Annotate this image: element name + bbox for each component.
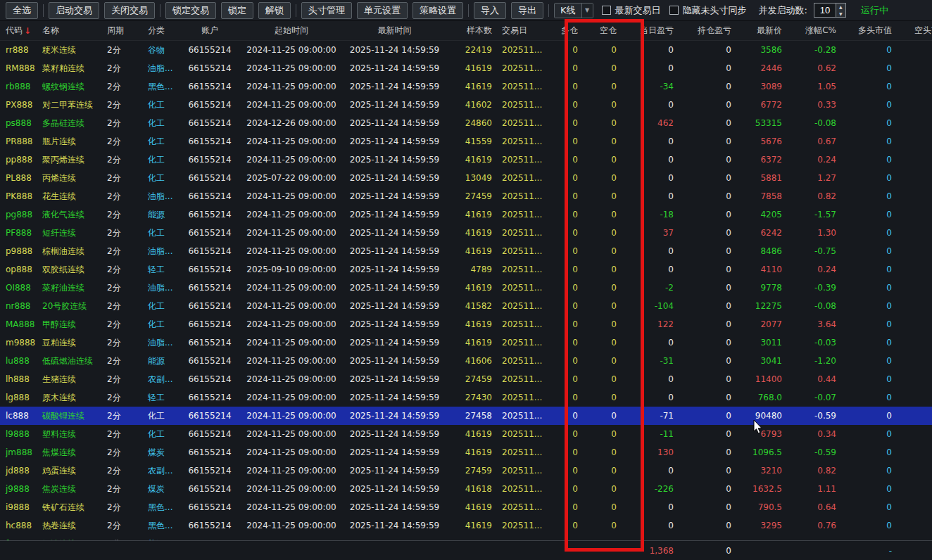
cell-category: 油脂...	[142, 59, 180, 77]
cell-category: 轻工	[142, 388, 180, 407]
cell-period: 2分	[101, 516, 142, 535]
cell-latest: 2025-11-24 14:59:59	[344, 132, 446, 151]
cell-short_pos: 0	[579, 315, 618, 333]
table-row-PK888[interactable]: PK888花生连续2分油脂...661552142024-11-25 09:00…	[0, 187, 932, 205]
table-row-pp888[interactable]: pp888聚丙烯连续2分化工661552142024-11-25 09:00:0…	[0, 151, 932, 169]
cell-code: rb888	[0, 77, 37, 96]
table-row-PX888[interactable]: PX888对二甲苯连续2分化工661552142024-11-25 09:00:…	[0, 96, 932, 114]
spinner-down-icon[interactable]: ▼	[836, 11, 845, 18]
strategy-settings-button[interactable]: 策略设置	[413, 2, 463, 19]
table-row-MA888[interactable]: MA888甲醇连续2分化工661552142024-11-25 09:00:00…	[0, 315, 932, 333]
cell-samples: 41616	[446, 535, 493, 540]
column-header-name[interactable]: 名称	[37, 21, 101, 40]
column-header-latest[interactable]: 最新时间	[344, 21, 446, 40]
table-row-l9888[interactable]: l9888塑料连续2分化工661552142024-11-25 09:00:00…	[0, 425, 932, 443]
column-header-category[interactable]: 分类	[142, 21, 180, 40]
table-row-hc888[interactable]: hc888热卷连续2分黑色...661552142024-11-25 09:00…	[0, 516, 932, 535]
cell-price: 3011	[733, 333, 783, 352]
column-header-period[interactable]: 周期	[101, 21, 142, 40]
column-header-change[interactable]: 涨幅C%	[783, 21, 838, 40]
table-row-jm888[interactable]: jm888焦煤连续2分煤炭661552142024-11-25 09:00:00…	[0, 443, 932, 462]
cell-samples: 27459	[446, 370, 493, 388]
cell-samples: 27430	[446, 388, 493, 407]
table-row-jd888[interactable]: jd888鸡蛋连续2分农副...661552142024-11-25 09:00…	[0, 462, 932, 480]
export-button[interactable]: 导出	[511, 2, 543, 19]
cell-latest: 2025-11-24 14:59:59	[344, 41, 446, 59]
cell-long_pos: 0	[544, 333, 579, 352]
import-button[interactable]: 导入	[474, 2, 506, 19]
cell-period: 2分	[101, 388, 142, 407]
cell-price: 3295	[733, 516, 783, 535]
select-all-button[interactable]: 全选	[6, 2, 38, 19]
table-row-lc888[interactable]: lc888碳酸锂连续2分化工661552142024-11-25 09:00:0…	[0, 407, 932, 425]
cell-code: j9888	[0, 480, 37, 498]
cell-period: 2分	[101, 114, 142, 132]
spinner-up-icon[interactable]: ▲	[836, 4, 845, 11]
cell-latest: 2025-11-24 14:59:59	[344, 407, 446, 425]
cell-long_pos: 0	[544, 425, 579, 443]
table-row-fu888[interactable]: fu888燃油连续2分能源661552142024-11-25 09:00:00…	[0, 535, 932, 540]
table-row-nr888[interactable]: nr88820号胶连续2分化工661552142024-11-25 09:00:…	[0, 297, 932, 315]
position-manage-button[interactable]: 头寸管理	[301, 2, 352, 19]
close-trading-button[interactable]: 关闭交易	[104, 2, 155, 19]
cell-trading_day: 202511...	[493, 315, 544, 333]
lock-button[interactable]: 锁定	[221, 2, 253, 19]
chevron-down-icon[interactable]: ▼	[581, 4, 593, 18]
table-row-rb888[interactable]: rb888螺纹钢连续2分黑色...661552142024-11-25 09:0…	[0, 77, 932, 96]
concurrent-start-input[interactable]	[814, 4, 836, 17]
cell-start: 2024-11-25 09:00:00	[239, 370, 344, 388]
column-header-start[interactable]: 起始时间	[239, 21, 344, 40]
latest-trading-day-checkbox[interactable]	[602, 6, 611, 15]
column-header-account[interactable]: 账户	[180, 21, 239, 40]
kline-dropdown[interactable]: K线 ▼	[554, 3, 593, 18]
cell-short_mv	[893, 480, 932, 498]
table-row-ps888[interactable]: ps888多晶硅连续2分化工661552142024-12-26 09:00:0…	[0, 114, 932, 132]
table-row-op888[interactable]: op888双胶纸连续2分轻工661552142025-09-10 09:00:0…	[0, 260, 932, 279]
table-row-m9888[interactable]: m9888豆粕连续2分油脂...661552142024-11-25 09:00…	[0, 333, 932, 352]
unlock-button[interactable]: 解锁	[258, 2, 291, 19]
table-row-j9888[interactable]: j9888焦炭连续2分煤炭661552142024-11-25 09:00:00…	[0, 480, 932, 498]
column-header-trading_day[interactable]: 交易日	[493, 21, 544, 40]
table-row-lg888[interactable]: lg888原木连续2分轻工661552142024-11-25 09:00:00…	[0, 388, 932, 407]
cell-price: 7858	[733, 187, 783, 205]
cell-daily_pnl: -2	[618, 279, 675, 297]
table-row-i9888[interactable]: i9888铁矿石连续2分黑色...661552142024-11-25 09:0…	[0, 498, 932, 516]
column-header-price[interactable]: 最新价	[733, 21, 783, 40]
start-trading-button[interactable]: 启动交易	[49, 2, 99, 19]
column-header-code[interactable]: 代码↓	[0, 21, 37, 40]
column-header-pos_pnl[interactable]: 持仓盈亏	[675, 21, 733, 40]
table-row-RM888[interactable]: RM888菜籽粕连续2分油脂...661552142024-11-25 09:0…	[0, 59, 932, 77]
cell-short_pos: 0	[579, 242, 618, 260]
table-row-OI888[interactable]: OI888菜籽油连续2分油脂...661552142024-11-25 09:0…	[0, 279, 932, 297]
cell-code: rr888	[0, 41, 37, 59]
summary-row: 1,368 0 -	[0, 540, 932, 560]
table-row-lu888[interactable]: lu888低硫燃油连续2分能源661552142024-11-25 09:00:…	[0, 352, 932, 370]
cell-samples: 22419	[446, 41, 493, 59]
hide-unsynced-checkbox[interactable]	[669, 6, 679, 15]
lock-trading-button[interactable]: 锁定交易	[165, 2, 216, 19]
table-row-pg888[interactable]: pg888液化气连续2分能源661552142024-11-25 09:00:0…	[0, 205, 932, 224]
cell-code: PL888	[0, 169, 37, 187]
table-row-PF888[interactable]: PF888短纤连续2分化工661552142024-11-25 09:00:00…	[0, 224, 932, 242]
cell-long_pos: 0	[544, 297, 579, 315]
table-row-rr888[interactable]: rr888粳米连续2分谷物661552142024-11-25 09:00:00…	[0, 41, 932, 59]
table-row-lh888[interactable]: lh888生猪连续2分农副...661552142024-11-25 09:00…	[0, 370, 932, 388]
column-header-long_pos[interactable]: 多仓	[544, 21, 579, 40]
table-row-PR888[interactable]: PR888瓶片连续2分化工661552142024-11-25 09:00:00…	[0, 132, 932, 151]
cell-long_pos: 0	[544, 41, 579, 59]
column-header-samples[interactable]: 样本数	[446, 21, 493, 40]
table-row-p9888[interactable]: p9888棕榈油连续2分油脂...661552142024-11-25 09:0…	[0, 242, 932, 260]
table-row-PL888[interactable]: PL888丙烯连续2分化工661552142025-07-22 09:00:00…	[0, 169, 932, 187]
cell-short_pos: 0	[579, 41, 618, 59]
cell-change: -0.59	[783, 407, 838, 425]
column-header-daily_pnl[interactable]: 当日盈亏	[618, 21, 675, 40]
column-header-long_mv[interactable]: 多头市值	[838, 21, 893, 40]
cell-short_mv	[893, 41, 932, 59]
column-header-short_pos[interactable]: 空仓	[579, 21, 618, 40]
unit-settings-button[interactable]: 单元设置	[357, 2, 408, 19]
cell-short_mv	[893, 205, 932, 224]
cell-long_mv: 0	[838, 151, 893, 169]
column-header-short_mv[interactable]: 空头市值	[893, 21, 932, 40]
cell-daily_pnl: 0	[618, 41, 675, 59]
cell-latest: 2025-11-24 14:59:59	[344, 498, 446, 516]
